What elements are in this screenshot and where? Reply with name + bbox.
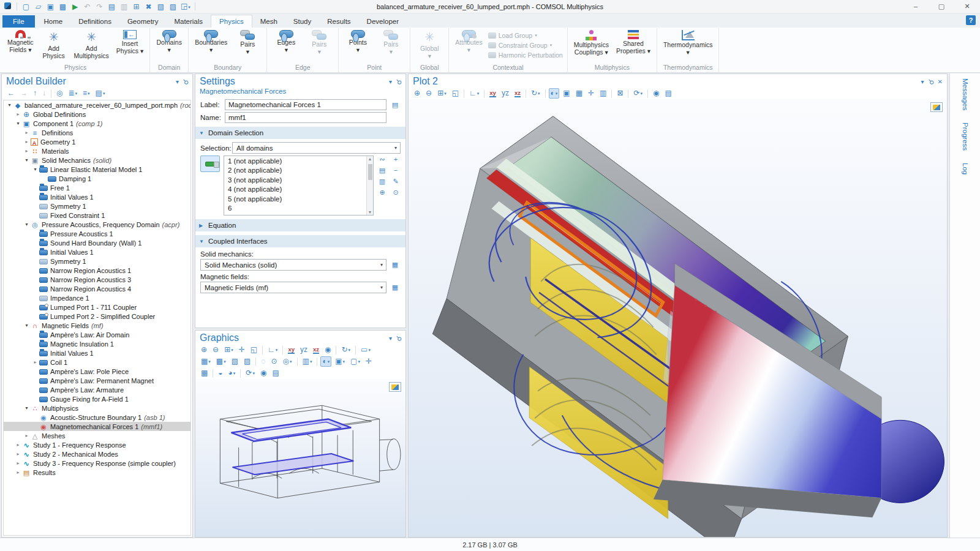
tree-item-materials[interactable]: ▸Materials <box>4 146 190 156</box>
tree-item-study-1-frequency-response[interactable]: ▸Study 1 - Frequency Response <box>4 440 190 449</box>
domains-button[interactable]: Domains ▾ <box>153 29 185 55</box>
image-snapshot-button[interactable]: ◉ <box>651 88 661 99</box>
section-coupled-interfaces[interactable]: ▼ Coupled Interfaces <box>195 235 405 247</box>
tab-developer[interactable]: Developer <box>359 15 407 28</box>
tree-expanded-icon[interactable]: ▾ <box>6 102 13 108</box>
tree-item-linear-elastic-material-model-1[interactable]: ▾Linear Elastic Material Model 1 <box>4 165 190 174</box>
list-item[interactable]: 1 (not applicable) <box>224 156 366 166</box>
add-physics-button[interactable]: Add Physics <box>38 29 70 61</box>
rename-icon[interactable]: ▤ <box>390 99 401 110</box>
list-item[interactable]: 2 (not applicable) <box>224 166 366 176</box>
tree-expanded-icon[interactable]: ▾ <box>23 405 30 411</box>
tree-item-coil-1[interactable]: ▸Coil 1 <box>4 358 190 367</box>
redo-icon[interactable]: ↷ <box>95 2 104 12</box>
tree-item-meshes[interactable]: ▸Meshes <box>4 431 190 440</box>
tree-item-sound-hard-boundary-wall-1[interactable]: Sound Hard Boundary (Wall) 1 <box>4 238 190 247</box>
zoom-in-button[interactable]: ⊕ <box>412 88 422 99</box>
tree-expanded-icon[interactable]: ▾ <box>23 323 30 328</box>
tree-collapsed-icon[interactable]: ▸ <box>23 148 30 154</box>
shared-properties-button[interactable]: Shared Properties ▾ <box>613 29 654 56</box>
tree-item-initial-values-1[interactable]: Initial Values 1 <box>4 348 190 358</box>
tree-collapsed-icon[interactable]: ▸ <box>15 442 21 448</box>
tab-mesh[interactable]: Mesh <box>252 15 285 28</box>
tree-item-impedance-1[interactable]: Impedance 1 <box>4 293 190 302</box>
show-plot-axes-button[interactable]: ✛ <box>586 88 596 99</box>
maximize-icon[interactable]: ▢ <box>929 0 954 13</box>
hide-selected-button[interactable]: ◌ <box>259 356 267 367</box>
thermodynamics-button[interactable]: Thermodynamics ▾ <box>660 29 716 58</box>
edges-button[interactable]: Edges ▾ <box>270 29 302 55</box>
update-button[interactable]: ⟳▾ <box>631 88 644 99</box>
selection-dropdown[interactable]: All domains <box>232 142 401 154</box>
center-selection-icon[interactable]: ⊙ <box>393 189 398 196</box>
expand-all-button[interactable]: ≣▾ <box>66 88 79 99</box>
update-button[interactable]: ⟳▾ <box>244 368 257 378</box>
graphics-window-icon[interactable] <box>389 382 401 392</box>
tree-collapsed-icon[interactable]: ▸ <box>15 451 21 457</box>
tree-item-magnetomechanical-forces-1[interactable]: Magnetomechanical Forces 1(mmf1) <box>4 422 190 431</box>
tree-item-amp-re-s-law-air-domain[interactable]: Ampère's Law: Air Domain <box>4 330 190 339</box>
tree-item-narrow-region-acoustics-1[interactable]: Narrow Region Acoustics 1 <box>4 266 190 275</box>
select-box-button[interactable]: ▧ <box>230 356 240 367</box>
tree-item-amp-re-s-law-permanent-magnet[interactable]: Ampère's Law: Permanent Magnet <box>4 376 190 385</box>
copy-selection-icon[interactable]: ▤ <box>379 167 385 174</box>
collapse-all-button[interactable]: ≡▾ <box>81 88 92 99</box>
tree-collapsed-icon[interactable]: ▸ <box>23 130 30 135</box>
tree-collapsed-icon[interactable]: ▸ <box>32 359 39 365</box>
label-field[interactable]: Magnetomechanical Forces 1 <box>225 99 386 110</box>
graphics-canvas[interactable] <box>195 379 405 537</box>
section-domain-selection[interactable]: ▼ Domain Selection <box>195 127 405 139</box>
tree-collapsed-icon[interactable]: ▸ <box>15 460 21 466</box>
tree-item-lumped-port-2-simplified-coupler[interactable]: Lumped Port 2 - Simplified Coupler <box>4 312 190 321</box>
go-to-source-icon[interactable]: ▦ <box>390 282 401 293</box>
zoom-tools-icon[interactable]: ◲▾ <box>181 1 190 12</box>
tab-definitions[interactable]: Definitions <box>70 15 119 28</box>
tree-item-fixed-constraint-1[interactable]: Fixed Constraint 1 <box>4 211 190 220</box>
active-toggle[interactable] <box>200 156 220 172</box>
section-equation[interactable]: ▶ Equation <box>195 219 405 231</box>
tab-physics[interactable]: Physics <box>211 15 252 28</box>
plot-canvas[interactable] <box>409 99 947 537</box>
list-scrollbar[interactable]: ▲▼ <box>366 156 373 215</box>
model-tree-node-text-button[interactable]: ▤▾ <box>94 88 107 99</box>
panel-menu-icon[interactable]: ▾ <box>176 78 179 85</box>
tree-item-pressure-acoustics-frequency-domain[interactable]: ▾Pressure Acoustics, Frequency Domain(ac… <box>4 220 190 229</box>
color-palette-button[interactable]: ◕▾ <box>227 368 238 378</box>
transparency-button[interactable]: ▥▾ <box>301 356 314 367</box>
tree-expanded-icon[interactable]: ▾ <box>32 167 39 172</box>
scene-button[interactable]: ▭▾ <box>359 345 372 355</box>
image-options-button[interactable]: ▢▾ <box>349 356 362 367</box>
list-item[interactable]: 3 (not applicable) <box>224 175 366 185</box>
image-snapshot-button[interactable]: ◉ <box>258 368 268 378</box>
paste-selection-icon[interactable]: ▥ <box>379 178 385 185</box>
save-as-icon[interactable]: ▩ <box>58 2 67 12</box>
tree-item-narrow-region-acoustics-4[interactable]: Narrow Region Acoustics 4 <box>4 284 190 293</box>
material-color-button[interactable]: ◒ <box>216 368 224 378</box>
remove-from-selection-icon[interactable]: − <box>394 167 398 174</box>
tree-item-free-1[interactable]: Free 1 <box>4 183 190 192</box>
view-unhide-button[interactable]: ◎▾ <box>281 356 294 367</box>
show-grid-button[interactable]: ▦ <box>574 88 584 99</box>
mesh-wireframe-button[interactable]: ▩▾ <box>214 356 228 367</box>
tree-item-geometry-1[interactable]: ▸Geometry 1 <box>4 137 190 146</box>
tree-item-acoustic-structure-boundary-1[interactable]: Acoustic-Structure Boundary 1(asb 1) <box>4 413 190 422</box>
go-to-default-view-button[interactable]: ∟▾ <box>266 345 279 355</box>
panel-tab-progress[interactable]: Progress <box>962 122 969 151</box>
tree-item-global-definitions[interactable]: ▸Global Definitions <box>4 110 190 119</box>
panel-menu-icon[interactable]: ▾ <box>389 78 392 85</box>
save-icon[interactable]: ▣ <box>46 2 55 12</box>
tree-item-initial-values-1[interactable]: Initial Values 1 <box>4 192 190 201</box>
minimize-icon[interactable]: – <box>903 0 929 13</box>
points-button[interactable]: Points ▾ <box>342 29 374 55</box>
help-button[interactable]: ? <box>966 15 976 25</box>
tree-collapsed-icon[interactable]: ▸ <box>15 111 21 117</box>
tree-item-magnetic-insulation-1[interactable]: Magnetic Insulation 1 <box>4 339 190 348</box>
scene-light-button[interactable]: ◐▾ <box>320 356 331 367</box>
plot-window-icon[interactable] <box>930 102 943 112</box>
tree-collapsed-icon[interactable]: ▸ <box>23 433 30 438</box>
pin-icon[interactable]: ⚲ <box>394 77 404 86</box>
zoom-extents-button[interactable]: ◱ <box>249 345 259 355</box>
panel-menu-icon[interactable]: ▾ <box>921 78 924 85</box>
environment-reflections-button[interactable]: ▣ <box>561 88 571 99</box>
paste-icon[interactable]: ▥ <box>119 2 129 12</box>
